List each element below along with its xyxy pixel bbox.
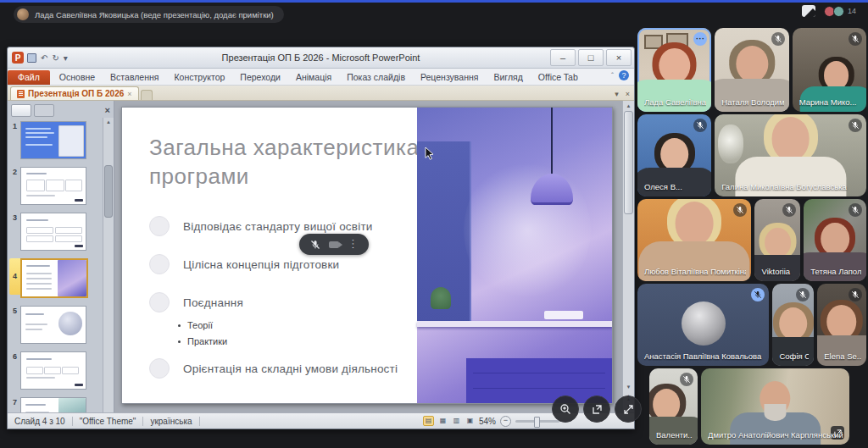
change-layout-icon[interactable]: [802, 5, 815, 17]
slide-thumbnail[interactable]: [20, 167, 86, 205]
minimize-ribbon-icon[interactable]: ˆ: [611, 71, 614, 80]
slide-thumbnail[interactable]: [20, 351, 86, 390]
current-slide[interactable]: Загальна характеристика програми Відпові…: [121, 107, 613, 404]
popout-button[interactable]: [583, 395, 610, 423]
participant-tile[interactable]: Наталя Володимирі...: [715, 28, 788, 112]
participant-tile[interactable]: Галина Миколаївна Богуславська: [715, 114, 866, 196]
slide-thumbnail-row-1[interactable]: 1: [9, 121, 103, 159]
ribbon-tab-file[interactable]: Файл: [8, 70, 50, 85]
participant-tile[interactable]: Валенти...: [649, 368, 698, 445]
mic-off-icon: [796, 288, 810, 301]
minimize-button[interactable]: –: [550, 49, 576, 66]
camera-icon[interactable]: [329, 241, 339, 248]
ribbon-tab-2[interactable]: Вставлення: [103, 70, 166, 85]
slides-tab[interactable]: [11, 104, 31, 117]
ribbon-tab-5[interactable]: Анімація: [288, 70, 339, 85]
participant-tile[interactable]: Viktoriia: [754, 199, 800, 281]
slide-thumbnail-row-4[interactable]: 4: [9, 258, 103, 298]
zoom-slider-thumb[interactable]: [534, 417, 540, 428]
thumb-detail: [26, 180, 45, 191]
participant-name: Наталя Володимирі...: [721, 97, 783, 107]
participant-avatar-icon: [833, 6, 844, 17]
more-vertical-icon[interactable]: ···: [348, 239, 358, 250]
zoom-percent[interactable]: 54%: [479, 417, 496, 426]
participant-tile[interactable]: ···Лада Савеліївна Яко...: [637, 28, 711, 112]
language-label[interactable]: українська: [143, 417, 199, 426]
slide-thumbnail[interactable]: [20, 306, 86, 344]
slide-thumbnail-row-3[interactable]: 3: [9, 213, 103, 251]
slide-thumbnail[interactable]: [20, 258, 88, 298]
maximize-button[interactable]: □: [578, 49, 604, 66]
scroll-down-icon[interactable]: ▼: [626, 382, 632, 392]
mic-off-icon[interactable]: [310, 240, 320, 250]
slide-thumbnail[interactable]: [20, 121, 86, 159]
slide-bullets: Відповідає стандарту вищої освітиЦілісна…: [149, 216, 420, 396]
panel-close-icon[interactable]: ×: [105, 105, 110, 115]
ribbon-tab-7[interactable]: Рецензування: [413, 70, 486, 85]
document-tab[interactable]: Презентація ОП Б 2026 ×: [10, 86, 139, 100]
tabbar-close-icon[interactable]: ×: [626, 90, 630, 98]
new-tab-stub[interactable]: [141, 90, 153, 100]
ribbon-right-icons: ˆ ?: [611, 70, 629, 80]
presenter-avatar: [17, 8, 29, 20]
participant-tile[interactable]: Софія О...: [772, 284, 814, 366]
bullet-circle-icon: [149, 292, 170, 312]
participant-tile[interactable]: Дмитро Анатолійович Карплянський: [701, 368, 849, 445]
participant-stack-icon[interactable]: 14: [824, 6, 856, 17]
participant-tile[interactable]: Любов Віталіївна Помиткіна: [637, 199, 751, 281]
scroll-up-icon[interactable]: ▲: [626, 101, 632, 111]
participant-tile[interactable]: Олеся В...: [637, 114, 711, 196]
meet-floating-toolbar[interactable]: ···: [299, 234, 369, 255]
slide-thumbnail[interactable]: [20, 397, 86, 412]
bullet-text: Поєднання: [183, 296, 243, 309]
normal-view-icon[interactable]: ▤: [423, 416, 434, 426]
title-bar[interactable]: P ↶ ↻ ▾ Презентація ОП Б 2026 - Microsof…: [8, 47, 634, 69]
ribbon-tab-8[interactable]: Вигляд: [486, 70, 530, 85]
thumb-detail: [46, 180, 64, 191]
panel-scroll-thumb[interactable]: [104, 165, 113, 218]
panel-scrollbar[interactable]: ▲: [103, 118, 114, 412]
participant-tile[interactable]: Elena Se...: [817, 284, 866, 366]
close-button[interactable]: ×: [606, 49, 632, 66]
participant-tile[interactable]: Тетяна Лапол...: [804, 199, 866, 281]
sub-bullet-text: Практики: [178, 336, 420, 346]
undo-icon[interactable]: ↶: [41, 53, 47, 63]
ribbon-tab-6[interactable]: Показ слайдів: [339, 70, 413, 85]
vertical-scrollbar[interactable]: ▲ ▼ ▲▲ ▼▼: [622, 101, 634, 412]
help-icon[interactable]: ?: [619, 70, 629, 80]
zoom-out-button[interactable]: −: [500, 416, 511, 427]
ribbon-tab-4[interactable]: Переходи: [232, 70, 288, 85]
silhouette-beard: [765, 404, 787, 421]
tabbar-dropdown-icon[interactable]: ▾: [615, 90, 619, 98]
thumb-detail: [26, 367, 43, 374]
slide-thumbnail-row-6[interactable]: 6: [9, 351, 103, 390]
participant-name: Лада Савеліївна Яко...: [644, 97, 706, 107]
document-tab-close-icon[interactable]: ×: [127, 90, 131, 98]
slide-thumbnail[interactable]: [20, 213, 86, 251]
reading-view-icon[interactable]: ▥: [452, 417, 461, 425]
ribbon-tab-3[interactable]: Конструктор: [166, 70, 232, 85]
redo-icon[interactable]: ↻: [52, 53, 58, 63]
save-icon[interactable]: [27, 53, 36, 63]
scroll-thumb[interactable]: [624, 111, 633, 214]
slide-editor[interactable]: Загальна характеристика програми Відпові…: [114, 101, 622, 412]
thumb-detail: [25, 329, 42, 330]
slideshow-icon[interactable]: ▣: [465, 417, 475, 425]
bullet-row-1: Відповідає стандарту вищої освіти: [149, 216, 420, 236]
zoom-in-button[interactable]: [552, 395, 579, 423]
silhouette-shoulders: [817, 335, 866, 366]
participant-tile[interactable]: Анастасія Павліївна Ковальова: [637, 284, 769, 366]
slide-sorter-icon[interactable]: ▦: [438, 417, 448, 425]
outline-tab[interactable]: [34, 104, 54, 117]
slide-thumbnail-row-7[interactable]: 7: [9, 397, 103, 412]
slide-thumbnail-row-5[interactable]: 5: [9, 306, 103, 344]
ribbon-tab-1[interactable]: Основне: [52, 70, 103, 85]
thumb-detail: [75, 384, 83, 386]
scroll-up-icon[interactable]: ▲: [106, 118, 111, 126]
window-controls: – □ ×: [550, 49, 634, 66]
ribbon-tab-9[interactable]: Office Tab: [531, 70, 586, 85]
participant-tile[interactable]: Марина Мико...: [793, 28, 866, 112]
thumb-detail: [65, 180, 82, 191]
qat-dropdown-icon[interactable]: ▾: [64, 53, 68, 63]
slide-thumbnail-row-2[interactable]: 2: [9, 167, 103, 205]
